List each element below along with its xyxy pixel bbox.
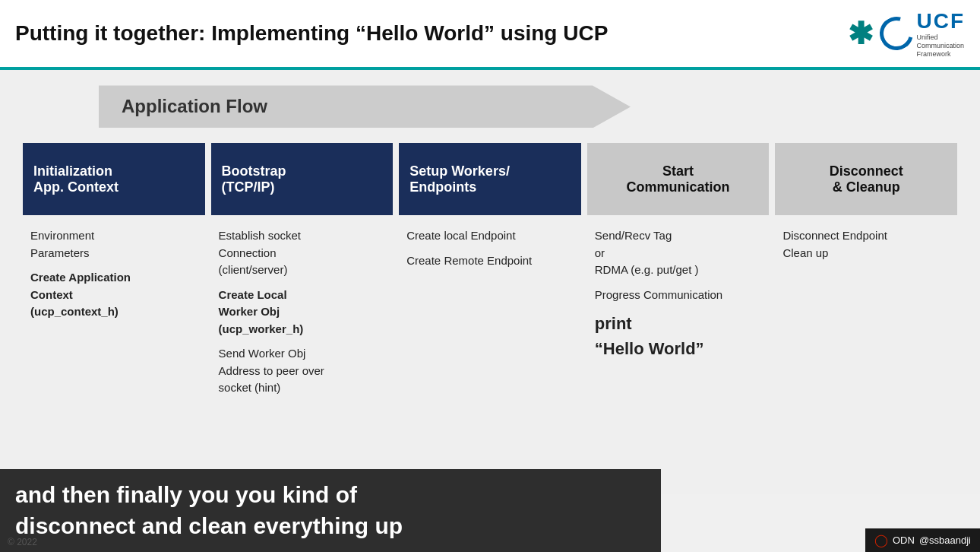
col-item-col5-0: Disconnect Endpoint Clean up (782, 227, 950, 262)
col-header-col3: Setup Workers/ Endpoints (399, 143, 581, 215)
ucf-logo-text: UCF (916, 9, 965, 33)
col-item-col1-1: Create Application Context (ucp_context_… (30, 269, 198, 321)
caption-line2: disconnect and clean everything up (15, 511, 646, 542)
page-title: Putting it together: Implementing “Hello… (15, 21, 608, 46)
col-item-col4-2: print “Hello World” (595, 311, 762, 361)
col-header-col2: Bootstrap (TCP/IP) (211, 143, 394, 215)
flow-arrow-container: Application Flow (99, 85, 957, 128)
column-col1: Initialization App. ContextEnvironment P… (23, 143, 205, 341)
logo-area: ✱ UCF Unified Communication Framework (848, 9, 965, 58)
col-item-col3-1: Create Remote Endpoint (406, 252, 574, 270)
column-col4: Start CommunicationSend/Recv Tag or RDMA… (587, 143, 770, 381)
footer-handle: @ssbaandji (919, 535, 971, 546)
col-body-col3: Create local EndpointCreate Remote Endpo… (399, 215, 581, 289)
asterisk-icon: ✱ (848, 16, 874, 51)
footer-channel: ODN (893, 535, 915, 546)
main-content: Application Flow Initialization App. Con… (0, 70, 980, 494)
header: Putting it together: Implementing “Hello… (0, 0, 980, 70)
column-col5: Disconnect & CleanupDisconnect Endpoint … (775, 143, 957, 281)
columns-container: Initialization App. ContextEnvironment P… (23, 143, 957, 417)
copyright-text: © 2022 (8, 537, 37, 547)
ucf-c-icon (874, 11, 919, 56)
col-item-col2-2: Send Worker Obj Address to peer over soc… (219, 345, 386, 397)
column-col3: Setup Workers/ EndpointsCreate local End… (399, 143, 581, 289)
caption-bar: and then finally you you kind of disconn… (0, 469, 661, 552)
caption-line1: and then finally you you kind of (15, 480, 646, 511)
col-item-col1-0: Environment Parameters (30, 227, 198, 262)
ucf-logo-subtext: Unified Communication Framework (916, 33, 965, 58)
footer-logo-icon: ◯ (874, 533, 888, 547)
col-item-col4-1: Progress Communication (595, 287, 762, 304)
col-header-col4: Start Communication (587, 143, 770, 215)
col-body-col2: Establish socket Connection (client/serv… (211, 215, 394, 417)
col-body-col1: Environment ParametersCreate Application… (23, 215, 205, 341)
col-body-col5: Disconnect Endpoint Clean up (775, 215, 957, 281)
footer-bar: ◯ ODN @ssbaandji (865, 528, 980, 552)
col-item-col4-0: Send/Recv Tag or RDMA (e.g. put/get ) (595, 227, 762, 279)
col-header-col1: Initialization App. Context (23, 143, 205, 215)
col-item-col2-0: Establish socket Connection (client/serv… (219, 227, 386, 279)
col-item-col3-0: Create local Endpoint (406, 227, 574, 245)
col-body-col4: Send/Recv Tag or RDMA (e.g. put/get )Pro… (587, 215, 770, 381)
col-item-col2-1: Create Local Worker Obj (ucp_worker_h) (219, 287, 386, 338)
column-col2: Bootstrap (TCP/IP)Establish socket Conne… (211, 143, 394, 417)
col-header-col5: Disconnect & Cleanup (775, 143, 957, 215)
flow-arrow: Application Flow (99, 85, 631, 128)
